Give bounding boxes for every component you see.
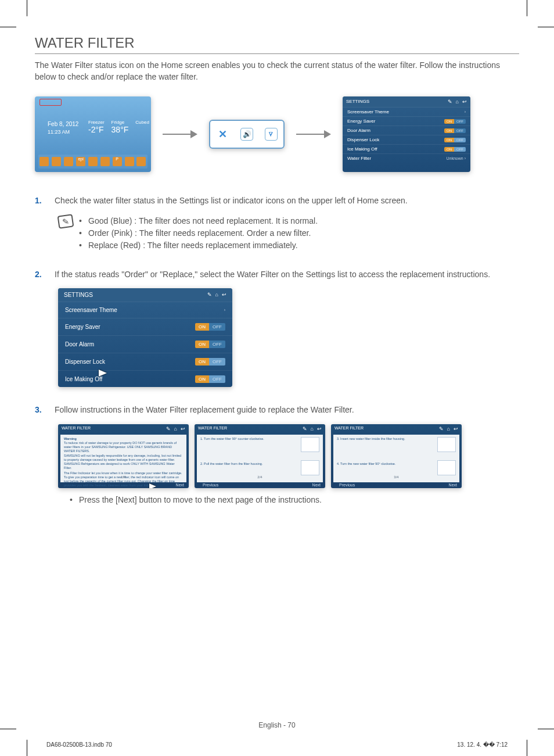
step-number-1: 1. <box>35 195 44 207</box>
home-app-bar: epiP <box>38 155 148 169</box>
toggle: ONOFF <box>444 119 466 124</box>
next-button[interactable]: Next <box>449 483 457 487</box>
sound-icon: 🔊 <box>240 128 253 141</box>
edit-icon: ✎ <box>439 426 444 432</box>
step-2-text: If the status reads "Order" or "Replace,… <box>55 269 490 281</box>
guide-page-3: WATER FILTER ✎ ⌂ ↩ 3. Insert new water f… <box>331 424 462 488</box>
status-replace: Replace (Red) : The filter needs replace… <box>79 239 318 252</box>
previous-button[interactable]: Previous <box>203 483 218 487</box>
ice-toggle[interactable]: ONOFF <box>195 375 225 383</box>
back-icon: ↩ <box>454 426 458 432</box>
toggle: ONOFF <box>444 128 466 133</box>
page-footer: English - 70 <box>0 721 554 729</box>
warning-title: Warning <box>64 437 183 441</box>
guide-illustration <box>437 460 456 475</box>
back-icon[interactable]: ↩ <box>222 292 226 298</box>
setting-door: Door Alarm <box>347 128 370 133</box>
previous-button[interactable]: Previous <box>339 483 355 487</box>
print-info-left: DA68-02500B-13.indb 70 <box>46 741 112 748</box>
setting-water-filter: Water Filter <box>347 156 371 161</box>
home-icon: ⌂ <box>456 99 459 105</box>
status-icons-popup: ✕ 🔊 ⛛ <box>209 120 285 149</box>
edit-icon[interactable]: ✎ <box>207 292 212 298</box>
page-title: WATER FILTER <box>35 35 519 54</box>
press-next-instruction: Press the [Next] button to move to the n… <box>70 495 519 504</box>
note-icon: ✎ <box>57 214 74 228</box>
home-screen-thumb: Feb 8, 2012 11:23 AM Freezer-2°F Fridge3… <box>35 96 151 172</box>
back-icon: ↩ <box>317 426 322 432</box>
print-info-right: 13. 12. 4. �� 7:12 <box>457 741 508 748</box>
arrow-icon <box>163 130 197 138</box>
setting-screensaver[interactable]: Screensaver Theme <box>65 307 117 313</box>
setting-screensaver: Screensaver Theme <box>347 109 389 114</box>
home-icon: ⌂ <box>174 426 177 432</box>
guide-page-indicator: 3/4 <box>394 475 398 480</box>
back-icon: ↩ <box>462 99 467 105</box>
lock-toggle[interactable]: ONOFF <box>195 358 225 366</box>
status-order: Order (Pink) : The filter needs replacem… <box>79 227 318 239</box>
settings-panel-large: SETTINGS ✎ ⌂ ↩ Screensaver Theme› Energy… <box>58 288 232 387</box>
water-filter-status: Unknown › <box>447 156 466 160</box>
status-good: Good (Blue) : The filter does not need r… <box>79 215 318 227</box>
step-number-3: 3. <box>35 404 44 416</box>
next-button[interactable]: Next <box>176 483 184 487</box>
guide-page-2: WATER FILTER ✎ ⌂ ↩ 1. Turn the water fil… <box>195 424 325 488</box>
close-icon: ✕ <box>216 128 229 141</box>
energy-toggle[interactable]: ONOFF <box>195 323 225 331</box>
edit-icon: ✎ <box>303 426 307 432</box>
guide-page-1: WATER FILTER ✎ ⌂ ↩ Warning To reduce ris… <box>58 424 189 488</box>
guide-illustration <box>301 437 319 452</box>
setting-lock: Dispenser Lock <box>347 137 379 142</box>
home-temps: Freezer-2°F Fridge38°F Cubed <box>88 120 149 134</box>
door-toggle[interactable]: ONOFF <box>195 341 225 348</box>
setting-door[interactable]: Door Alarm <box>65 341 94 347</box>
settings-title: SETTINGS <box>346 99 369 105</box>
guide-page-indicator: 2/4 <box>257 475 262 480</box>
back-icon: ↩ <box>181 426 185 432</box>
setting-ice: Ice Making Off <box>347 146 377 152</box>
step-number-2: 2. <box>35 269 44 281</box>
step-1-text: Check the water filter status in the Set… <box>55 195 408 207</box>
next-button[interactable]: Next <box>312 483 321 487</box>
edit-icon: ✎ <box>166 426 171 432</box>
setting-ice[interactable]: Ice Making Off <box>65 376 102 382</box>
home-date: Feb 8, 2012 <box>48 121 78 127</box>
toggle: ONOFF <box>444 147 466 152</box>
setting-lock[interactable]: Dispenser Lock <box>65 359 105 365</box>
filter-status-indicator-box <box>39 99 62 106</box>
arrow-icon <box>296 130 331 138</box>
setting-energy[interactable]: Energy Saver <box>65 324 100 330</box>
settings-panel-thumb: SETTINGS ✎ ⌂ ↩ Screensaver Theme› Energy… <box>343 96 470 172</box>
home-icon[interactable]: ⌂ <box>215 292 218 298</box>
warning-line-1: To reduce risk of water damage to your p… <box>64 441 183 453</box>
home-icon: ⌂ <box>311 426 314 432</box>
intro-text: The Water Filter status icon on the Home… <box>35 60 519 83</box>
guide-page-indicator: 1/4 <box>121 475 125 480</box>
chevron-right-icon: › <box>465 110 466 114</box>
step-3-text: Follow instructions in the Water Filter … <box>55 404 354 416</box>
home-icon: ⌂ <box>447 426 450 432</box>
warning-line-2: SAMSUNG will not be legally responsible … <box>64 454 183 470</box>
chevron-right-icon[interactable]: › <box>224 308 225 312</box>
guide-illustration <box>301 460 319 475</box>
setting-energy: Energy Saver <box>347 119 375 124</box>
home-time: 11:23 AM <box>48 129 70 135</box>
settings-title: SETTINGS <box>64 292 93 298</box>
filter-icon: ⛛ <box>265 128 278 141</box>
toggle: ONOFF <box>444 138 466 142</box>
edit-icon: ✎ <box>448 99 452 105</box>
guide-illustration <box>437 437 456 452</box>
